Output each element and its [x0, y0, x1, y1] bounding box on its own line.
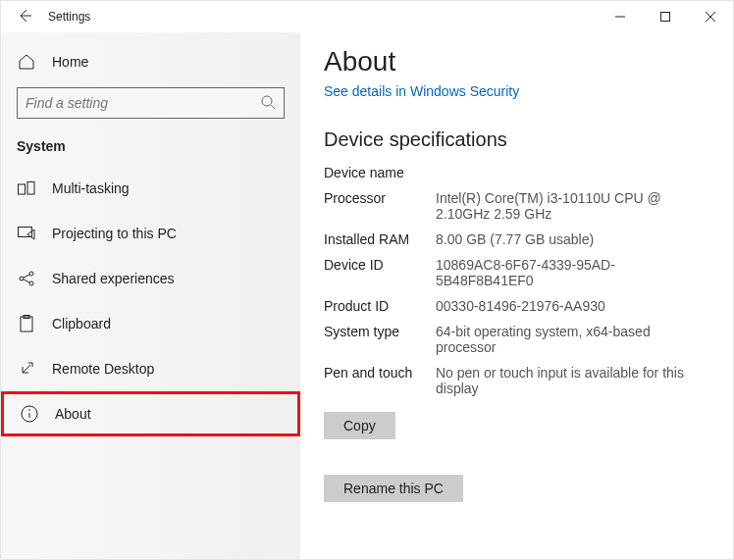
sidebar-item-clipboard[interactable]: Clipboard [1, 301, 300, 346]
svg-rect-6 [19, 184, 26, 194]
sidebar-item-about[interactable]: About [1, 391, 300, 436]
spec-productid-value: 00330-81496-21976-AA930 [436, 298, 709, 314]
rename-pc-button[interactable]: Rename this PC [324, 475, 463, 502]
svg-point-11 [29, 281, 33, 285]
remote-desktop-icon [17, 361, 36, 377]
sidebar-item-multitasking[interactable]: Multi-tasking [1, 166, 300, 211]
content-area: About See details in Windows Security De… [300, 32, 733, 559]
sidebar-item-projecting[interactable]: Projecting to this PC [1, 211, 300, 256]
svg-line-12 [24, 275, 29, 278]
search-input[interactable] [17, 87, 285, 119]
spec-pen-label: Pen and touch [324, 365, 432, 396]
page-title: About [324, 46, 709, 77]
svg-point-9 [20, 277, 24, 280]
copy-button[interactable]: Copy [324, 412, 395, 439]
svg-line-5 [271, 105, 275, 109]
svg-rect-7 [27, 182, 34, 195]
device-spec-table: Device name Processor Intel(R) Core(TM) … [324, 165, 709, 396]
spec-deviceid-value: 10869AC8-6F67-4339-95AD-5B48F8B41EF0 [436, 257, 709, 288]
close-button[interactable] [688, 1, 733, 32]
multitasking-icon [17, 181, 36, 195]
about-icon [20, 405, 39, 423]
spec-productid-label: Product ID [324, 298, 432, 314]
window-title: Settings [48, 10, 90, 24]
minimize-button[interactable] [598, 1, 643, 32]
svg-point-4 [262, 96, 272, 106]
sidebar-item-label: Remote Desktop [52, 361, 154, 377]
home-icon [17, 53, 36, 71]
sidebar-item-label: Multi-tasking [52, 180, 130, 196]
sidebar-item-shared-experiences[interactable]: Shared experiences [1, 256, 300, 301]
svg-point-18 [28, 409, 30, 411]
maximize-button[interactable] [643, 1, 688, 32]
device-spec-heading: Device specifications [324, 128, 709, 151]
settings-window: Settings Home System M [0, 0, 734, 560]
sidebar-home-label: Home [52, 54, 88, 70]
spec-processor-label: Processor [324, 190, 432, 222]
svg-rect-14 [21, 317, 32, 331]
spec-ram-value: 8.00 GB (7.77 GB usable) [436, 231, 709, 247]
projecting-icon [17, 227, 36, 240]
search-icon [260, 94, 276, 113]
sidebar-section-title: System [1, 130, 300, 166]
spec-systype-value: 64-bit operating system, x64-based proce… [436, 324, 709, 355]
sidebar-item-label: Shared experiences [52, 271, 175, 286]
sidebar-item-label: Clipboard [52, 316, 111, 331]
svg-rect-1 [661, 13, 670, 22]
spec-pen-value: No pen or touch input is available for t… [436, 365, 709, 396]
shared-icon [17, 270, 36, 287]
security-link[interactable]: See details in Windows Security [324, 83, 519, 99]
titlebar: Settings [1, 1, 733, 32]
spec-ram-label: Installed RAM [324, 231, 432, 247]
spec-deviceid-label: Device ID [324, 257, 432, 288]
sidebar-item-label: Projecting to this PC [52, 226, 177, 241]
svg-line-13 [24, 280, 29, 282]
sidebar-item-remote-desktop[interactable]: Remote Desktop [1, 346, 300, 391]
back-button[interactable] [17, 8, 32, 26]
spec-device-name-value [436, 165, 709, 180]
spec-systype-label: System type [324, 324, 432, 355]
search-field[interactable] [26, 95, 260, 111]
spec-processor-value: Intel(R) Core(TM) i3-10110U CPU @ 2.10GH… [436, 190, 709, 222]
clipboard-icon [17, 315, 36, 332]
svg-point-10 [29, 272, 33, 276]
sidebar-item-label: About [55, 406, 91, 422]
svg-rect-8 [19, 228, 32, 237]
sidebar: Home System Multi-tasking Projecting to … [1, 32, 300, 559]
sidebar-home[interactable]: Home [1, 40, 300, 83]
spec-device-name-label: Device name [324, 165, 432, 180]
